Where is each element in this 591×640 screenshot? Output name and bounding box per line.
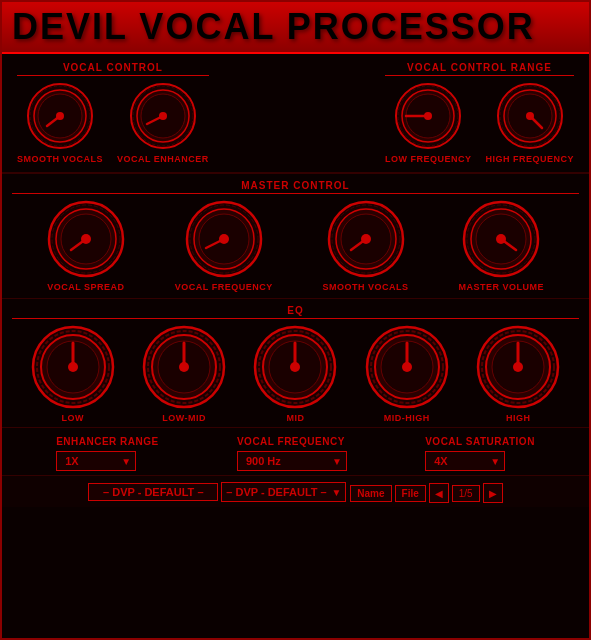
svg-point-42 [361,234,371,244]
enhancer-range-title: ENHANCER RANGE [56,436,159,447]
eq-low-mid-container: LOW-MID [142,325,226,423]
eq-mid-container: MID [253,325,337,423]
title-bar: DEVIL VOCAL PROCESSOR [2,2,589,54]
eq-mid-label: MID [286,413,304,423]
enhancer-range-select[interactable]: 1X 2X 4X 8X [56,451,136,471]
vocal-enhancer-label: VOCAL ENHANCER [117,154,209,164]
svg-point-60 [179,362,189,372]
eq-low-knob[interactable] [31,325,115,409]
vocal-spread-label: VOCAL SPREAD [47,282,124,292]
preset-page-indicator: 1/5 [452,485,480,502]
vocal-control-range-section: VOCAL CONTROL RANGE [385,62,574,164]
svg-point-48 [496,234,506,244]
eq-low-mid-label: LOW-MID [162,413,206,423]
svg-point-78 [513,362,523,372]
eq-low-mid-knob[interactable] [142,325,226,409]
high-frequency-vc-knob[interactable] [496,82,564,150]
eq-knobs: LOW LOW-MID [12,325,579,423]
low-frequency-vc-label: LOW FREQUENCY [385,154,472,164]
preset-file-button[interactable]: File [395,485,426,502]
eq-low-container: LOW [31,325,115,423]
vocal-frequency-wrapper: 900 Hz 1200 Hz 1800 Hz 2400 Hz ▼ [237,451,347,471]
master-control-label: MASTER CONTROL [12,180,579,194]
low-frequency-vc-container: LOW FREQUENCY [385,82,472,164]
vocal-saturation-select[interactable]: 1X 2X 4X 8X [425,451,505,471]
svg-point-72 [402,362,412,372]
vocal-saturation-title: VOCAL SATURATION [425,436,535,447]
vocal-spread-knob[interactable] [47,200,125,278]
vocal-saturation-wrapper: 1X 2X 4X 8X ▼ [425,451,505,471]
eq-mid-high-label: MID-HIGH [384,413,430,423]
preset-dropdown-wrapper: – DVP - DEFAULT – ▼ [221,482,346,502]
vocal-saturation-group: VOCAL SATURATION 1X 2X 4X 8X ▼ [425,436,535,471]
svg-point-30 [81,234,91,244]
preset-prev-button[interactable]: ◀ [429,483,449,503]
vocal-enhancer-container: VOCAL ENHANCER [117,82,209,164]
master-volume-container: MASTER VOLUME [459,200,545,292]
vocal-frequency-select[interactable]: 900 Hz 1200 Hz 1800 Hz 2400 Hz [237,451,347,471]
preset-select[interactable]: – DVP - DEFAULT – [221,482,346,502]
smooth-vocals-vc-label: SMOOTH VOCALS [17,154,103,164]
svg-point-12 [159,112,167,120]
vocal-control-label: VOCAL CONTROL [17,62,209,76]
main-container: DEVIL VOCAL PROCESSOR VOCAL CONTROL [0,0,591,640]
master-volume-label: MASTER VOLUME [459,282,545,292]
svg-point-66 [290,362,300,372]
preset-bar: – DVP - DEFAULT – – DVP - DEFAULT – ▼ Na… [2,475,589,507]
eq-section: EQ LOW [2,298,589,423]
vocal-frequency-group: VOCAL FREQUENCY 900 Hz 1200 Hz 1800 Hz 2… [237,436,347,471]
smooth-vocals-mc-container: SMOOTH VOCALS [323,200,409,292]
preset-display-row: – DVP - DEFAULT – – DVP - DEFAULT – ▼ [88,482,346,502]
eq-mid-high-knob[interactable] [365,325,449,409]
master-control-section: MASTER CONTROL VOCAL SPREAD [2,173,589,292]
vocal-frequency-title: VOCAL FREQUENCY [237,436,345,447]
low-frequency-vc-knob[interactable] [394,82,462,150]
bottom-controls: ENHANCER RANGE 1X 2X 4X 8X ▼ VOCAL FREQU… [2,427,589,475]
eq-high-label: HIGH [506,413,531,423]
enhancer-range-group: ENHANCER RANGE 1X 2X 4X 8X ▼ [56,436,159,471]
vocal-frequency-mc-label: VOCAL FREQUENCY [175,282,273,292]
high-frequency-vc-container: HIGH FREQUENCY [485,82,574,164]
vocal-control-range-knobs: LOW FREQUENCY HIGH [385,82,574,164]
svg-point-36 [219,234,229,244]
enhancer-range-wrapper: 1X 2X 4X 8X ▼ [56,451,136,471]
smooth-vocals-mc-knob[interactable] [327,200,405,278]
vocal-frequency-mc-knob[interactable] [185,200,263,278]
eq-mid-high-container: MID-HIGH [365,325,449,423]
app-title: DEVIL VOCAL PROCESSOR [12,6,535,47]
preset-name-button[interactable]: Name [350,485,391,502]
eq-mid-knob[interactable] [253,325,337,409]
high-frequency-vc-label: HIGH FREQUENCY [485,154,574,164]
svg-point-24 [526,112,534,120]
vocal-spread-container: VOCAL SPREAD [47,200,125,292]
preset-name-display: – DVP - DEFAULT – [88,483,218,501]
vocal-frequency-mc-container: VOCAL FREQUENCY [175,200,273,292]
master-volume-knob[interactable] [462,200,540,278]
vocal-enhancer-knob[interactable] [129,82,197,150]
master-control-knobs: VOCAL SPREAD VOCAL FREQUENCY [12,200,579,292]
eq-low-label: LOW [61,413,84,423]
smooth-vocals-mc-label: SMOOTH VOCALS [323,282,409,292]
smooth-vocals-vc-knob[interactable] [26,82,94,150]
preset-controls-row: Name File ◀ 1/5 ▶ [350,483,502,503]
svg-point-54 [68,362,78,372]
eq-label: EQ [12,305,579,319]
svg-point-6 [56,112,64,120]
vocal-control-range-label: VOCAL CONTROL RANGE [385,62,574,76]
preset-next-button[interactable]: ▶ [483,483,503,503]
svg-point-18 [424,112,432,120]
vocal-control-knobs: SMOOTH VOCALS VOCA [17,82,209,164]
eq-high-knob[interactable] [476,325,560,409]
eq-high-container: HIGH [476,325,560,423]
vocal-control-section: VOCAL CONTROL [17,62,209,164]
smooth-vocals-vc-container: SMOOTH VOCALS [17,82,103,164]
